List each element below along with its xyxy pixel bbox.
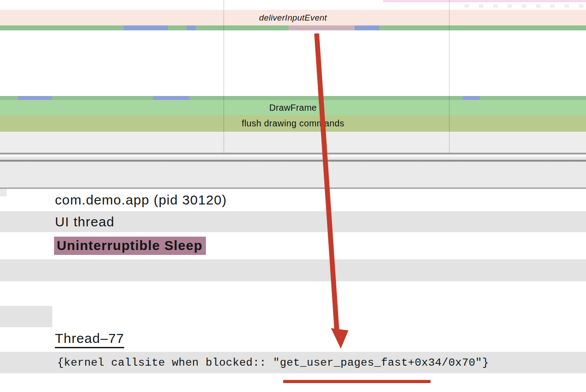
track-bar-upper[interactable]	[0, 25, 586, 30]
grid-line	[449, 0, 450, 153]
kernel-callsite-text: {kernel callsite when blocked:: "get_use…	[57, 357, 489, 369]
slice-draw-frame-label: DrawFrame	[0, 103, 586, 113]
process-name-label: com.demo.app (pid 30120)	[55, 192, 227, 208]
slice-deliver-input-event-label: deliverInputEvent	[0, 13, 586, 23]
row-process[interactable]: com.demo.app (pid 30120)	[0, 189, 586, 211]
timeline-top-row	[0, 0, 586, 10]
row-blocked-thread[interactable]: Thread–77	[0, 327, 586, 352]
row-kernel-callsite[interactable]: {kernel callsite when blocked:: "get_use…	[0, 352, 586, 373]
track-segment-blue[interactable]	[355, 25, 379, 30]
panel-splitter[interactable]	[0, 153, 586, 162]
row-partial	[0, 306, 586, 327]
minimap-selection-bar[interactable]	[383, 0, 586, 2]
slice-flush-drawing-commands[interactable]: flush drawing commands	[0, 115, 586, 132]
empty-track-row[interactable]	[0, 132, 586, 153]
scroll-remnant	[0, 189, 7, 196]
track-segment-blue[interactable]	[124, 25, 168, 30]
details-panel-header	[0, 162, 586, 189]
track-segment-blue[interactable]	[463, 96, 480, 100]
annotation-underline	[283, 380, 431, 383]
track-bar-lower[interactable]	[0, 96, 586, 100]
track-segment-blue[interactable]	[18, 96, 52, 100]
ui-thread-label: UI thread	[55, 214, 114, 229]
trace-viewer: deliverInputEvent DrawFrame flush drawin…	[0, 0, 586, 392]
blocked-thread-link[interactable]: Thread–77	[55, 331, 124, 348]
track-segment-mauve[interactable]	[289, 25, 355, 30]
row-empty-white	[0, 281, 586, 306]
row-empty-gray	[0, 259, 586, 281]
partial-gray-block	[0, 306, 52, 327]
track-segment-blue[interactable]	[153, 96, 189, 100]
slice-flush-drawing-commands-label: flush drawing commands	[0, 118, 586, 129]
grid-line	[223, 0, 224, 153]
slice-draw-frame[interactable]: DrawFrame	[0, 100, 586, 115]
slice-deliver-input-event[interactable]: deliverInputEvent	[0, 10, 586, 25]
row-ui-thread[interactable]: UI thread	[0, 211, 586, 232]
row-thread-state[interactable]: Uninterruptible Sleep	[0, 232, 586, 259]
minimap-tick-marks	[465, 4, 586, 8]
thread-state-highlight: Uninterruptible Sleep	[54, 237, 206, 255]
track-segment-blue[interactable]	[187, 25, 196, 30]
